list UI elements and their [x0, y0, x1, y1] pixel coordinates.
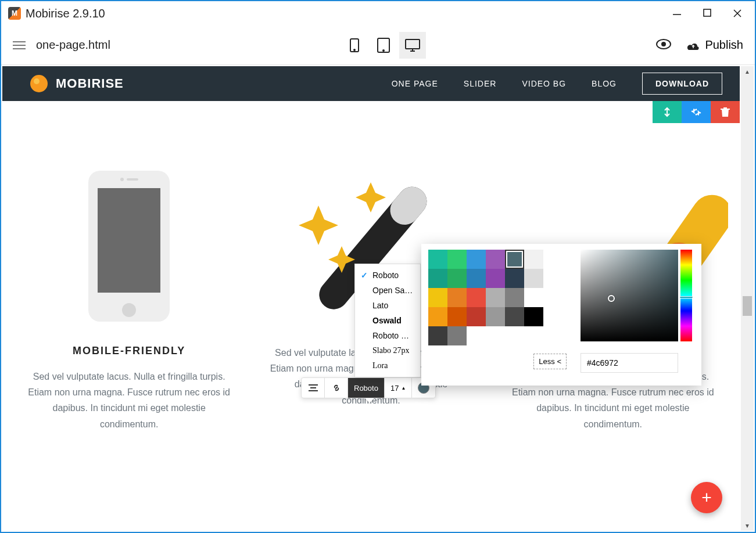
color-swatch[interactable]: [428, 326, 447, 345]
feature-body-1[interactable]: Sed vel vulputate lacus. Nulla et fringi…: [14, 369, 244, 432]
preview-eye-icon[interactable]: [656, 39, 671, 52]
brand-name[interactable]: MOBIRISE: [56, 76, 124, 91]
color-swatch[interactable]: [524, 288, 543, 307]
scroll-thumb[interactable]: [743, 296, 752, 316]
svg-rect-8: [406, 39, 420, 49]
color-swatch[interactable]: [467, 250, 486, 269]
color-swatch[interactable]: [505, 250, 524, 269]
minimize-button[interactable]: [662, 2, 692, 24]
device-tablet-button[interactable]: [370, 32, 397, 59]
svg-point-16: [120, 178, 124, 181]
font-option-open-sans[interactable]: Open Sa…: [355, 283, 420, 298]
svg-point-7: [383, 50, 384, 51]
page-filename[interactable]: one-page.html: [36, 38, 110, 52]
color-swatch[interactable]: [428, 307, 447, 326]
color-swatch[interactable]: [486, 288, 505, 307]
app-toolbar: one-page.html Publish: [1, 26, 755, 65]
color-swatch[interactable]: [486, 269, 505, 288]
color-swatch[interactable]: [467, 307, 486, 326]
phone-icon: [14, 159, 244, 333]
scroll-down-arrow[interactable]: ▼: [741, 520, 754, 531]
color-swatch[interactable]: [467, 269, 486, 288]
feature-title-1[interactable]: MOBILE-FRIENDLY: [14, 345, 244, 357]
window-titlebar: M Mobirise 2.9.10: [1, 1, 755, 26]
menu-hamburger-icon[interactable]: [13, 41, 26, 49]
hue-slider[interactable]: [680, 250, 692, 341]
font-option-lora[interactable]: Lora: [355, 358, 420, 373]
block-settings-button[interactable]: [682, 101, 711, 123]
font-option-oswald[interactable]: Oswald: [355, 313, 420, 328]
svg-point-5: [354, 49, 355, 51]
font-dropdown: Roboto Open Sa… Lato Oswald Roboto C… Sl…: [354, 264, 421, 377]
publish-button[interactable]: Publish: [686, 38, 743, 52]
nav-link-slider[interactable]: SLIDER: [464, 79, 497, 88]
block-delete-button[interactable]: [711, 101, 740, 123]
site-navbar: MOBIRISE ONE PAGE SLIDER VIDEO BG BLOG D…: [2, 66, 740, 101]
vertical-scrollbar[interactable]: ▲ ▼: [741, 66, 754, 531]
font-option-roboto[interactable]: Roboto: [355, 268, 420, 283]
text-inline-toolbar: Roboto 17▲: [301, 377, 436, 398]
color-swatch[interactable]: [524, 269, 543, 288]
swatch-grid: [428, 250, 568, 345]
toolbar-pointer: [365, 398, 374, 403]
publish-label: Publish: [705, 38, 743, 52]
nav-cta-download[interactable]: DOWNLOAD: [642, 73, 722, 95]
feature-col-1: MOBILE-FRIENDLY Sed vel vulputate lacus.…: [14, 159, 244, 432]
link-button[interactable]: [325, 378, 348, 398]
color-swatch[interactable]: [428, 269, 447, 288]
color-swatch[interactable]: [505, 288, 524, 307]
svg-rect-17: [127, 178, 138, 181]
less-colors-button[interactable]: Less <: [533, 354, 567, 369]
svg-point-12: [661, 42, 666, 46]
close-button[interactable]: [722, 2, 753, 24]
svg-rect-1: [704, 9, 711, 16]
nav-link-one-page[interactable]: ONE PAGE: [392, 79, 438, 88]
align-button[interactable]: [302, 378, 325, 398]
svg-point-15: [122, 303, 136, 317]
color-swatch[interactable]: [486, 307, 505, 326]
font-select[interactable]: Roboto: [348, 378, 385, 398]
nav-link-blog[interactable]: BLOG: [592, 79, 617, 88]
color-swatch[interactable]: [447, 326, 467, 345]
color-swatch[interactable]: [428, 288, 447, 307]
color-swatch[interactable]: [524, 307, 543, 326]
sv-cursor[interactable]: [608, 295, 615, 302]
color-swatch[interactable]: [428, 250, 447, 269]
color-swatch[interactable]: [467, 288, 486, 307]
color-picker-panel: Less <: [421, 244, 701, 386]
device-mobile-button[interactable]: [341, 32, 368, 59]
maximize-button[interactable]: [692, 2, 722, 24]
hex-input[interactable]: [581, 353, 678, 373]
color-swatch[interactable]: [447, 307, 467, 326]
add-block-fab[interactable]: +: [691, 482, 722, 513]
brand-logo-icon[interactable]: [30, 75, 48, 92]
saturation-value-box[interactable]: [581, 250, 678, 341]
font-option-slabo[interactable]: Slabo 27px: [355, 343, 420, 358]
svg-rect-14: [98, 188, 160, 293]
color-swatch[interactable]: [447, 288, 467, 307]
color-swatch[interactable]: [486, 250, 505, 269]
app-icon: M: [8, 7, 21, 20]
font-option-lato[interactable]: Lato: [355, 298, 420, 313]
color-swatch[interactable]: [447, 269, 467, 288]
nav-link-video-bg[interactable]: VIDEO BG: [522, 79, 566, 88]
cloud-upload-icon: [686, 40, 700, 51]
hue-handle[interactable]: [679, 296, 693, 298]
font-option-roboto-c[interactable]: Roboto C…: [355, 328, 420, 343]
block-tools: [653, 101, 740, 123]
block-move-button[interactable]: [653, 101, 682, 123]
color-swatch[interactable]: [505, 307, 524, 326]
color-swatch[interactable]: [505, 269, 524, 288]
window-title: Mobirise 2.9.10: [26, 7, 105, 20]
color-swatch[interactable]: [524, 250, 543, 269]
color-swatch[interactable]: [447, 250, 467, 269]
scroll-up-arrow[interactable]: ▲: [741, 66, 754, 77]
font-size-select[interactable]: 17▲: [385, 378, 412, 398]
device-desktop-button[interactable]: [399, 32, 426, 59]
